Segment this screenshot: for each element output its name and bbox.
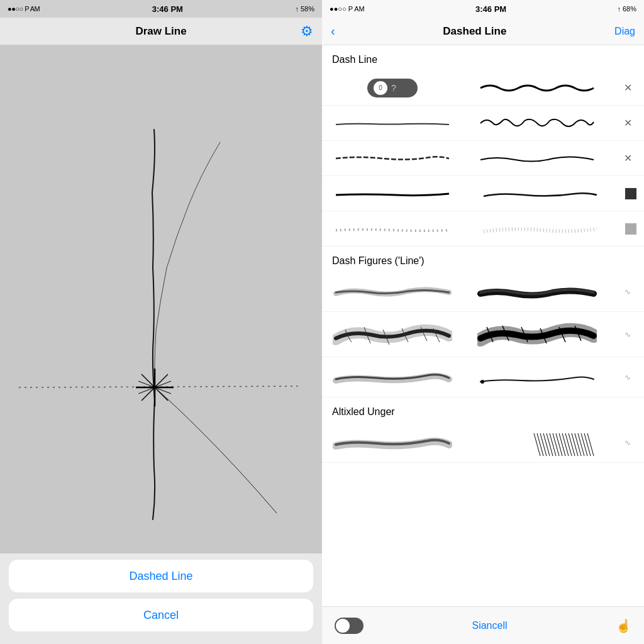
alt1-action[interactable]: ∿ — [619, 438, 636, 447]
battery-right: ↑ 68% — [617, 5, 636, 13]
brush-preview-row4-right — [460, 180, 620, 208]
brush-row-toggle: 0 ? ✕ — [322, 70, 644, 106]
battery-left: ↑ 58% — [295, 5, 314, 13]
svg-line-11 — [543, 433, 550, 456]
svg-line-22 — [578, 433, 584, 456]
left-nav-title: Draw Line — [135, 25, 186, 38]
row5-gray[interactable] — [625, 223, 636, 235]
dashed-line-button[interactable]: Dashed Line — [9, 560, 313, 592]
svg-line-25 — [587, 433, 594, 456]
dark-mode-toggle[interactable] — [335, 618, 364, 634]
toggle-knob: 0 — [374, 81, 387, 95]
cancel-button-right[interactable]: Siancell — [472, 620, 507, 631]
brush-row-alt1: ∿ — [322, 423, 644, 463]
section-dash-figures: Dash Figures ('Line') — [322, 247, 644, 272]
toggle-pill-container[interactable]: 0 ? — [330, 74, 455, 102]
dash-toggle[interactable]: 0 ? — [367, 79, 418, 97]
svg-point-7 — [480, 380, 484, 384]
scroll-content[interactable]: Dash Line 0 ? ✕ — [322, 45, 644, 644]
brush-fig3-right — [460, 364, 614, 391]
right-nav-title: Dashed Line — [443, 25, 506, 38]
nav-bar-right: ‹ Dashed Line Diag — [322, 18, 644, 45]
svg-line-10 — [540, 433, 547, 456]
row4-square[interactable] — [625, 188, 636, 199]
bottom-buttons: Dashed Line Cancel — [0, 553, 322, 644]
canvas-area[interactable] — [0, 45, 322, 553]
brush-row-fig3: ∿ — [322, 357, 644, 397]
svg-line-21 — [575, 433, 581, 456]
brush-fig2-left — [330, 321, 455, 348]
brush-fig1-right — [460, 278, 614, 306]
hand-icon[interactable]: ☝ — [616, 618, 631, 633]
brush-preview-row5-right — [460, 215, 620, 243]
section-dash-line: Dash Line — [322, 45, 644, 70]
settings-icon[interactable]: ⚙ — [301, 23, 313, 40]
fig1-action[interactable]: ∿ — [619, 287, 636, 296]
brush-row-4 — [322, 176, 644, 211]
brush-row-fig2: ∿ — [322, 312, 644, 357]
brush-preview-row1-right — [460, 74, 614, 102]
svg-line-18 — [565, 433, 572, 456]
brush-preview-row3-left — [330, 145, 455, 172]
svg-line-17 — [562, 433, 569, 456]
fig2-action[interactable]: ∿ — [619, 330, 636, 339]
brush-fig3-left — [330, 364, 455, 391]
svg-line-14 — [553, 433, 559, 456]
svg-line-9 — [537, 433, 543, 456]
svg-line-20 — [572, 433, 578, 456]
svg-line-23 — [581, 433, 587, 456]
time-left: 3:46 PM — [152, 4, 183, 14]
brush-preview-row3-right — [460, 145, 614, 172]
signal-right: ●●○○ P AM — [330, 5, 365, 13]
svg-line-15 — [556, 433, 562, 456]
fig3-action[interactable]: ∿ — [619, 373, 636, 382]
brush-row-2: ✕ — [322, 106, 644, 141]
svg-line-13 — [550, 433, 556, 456]
brush-preview-row2-left — [330, 109, 455, 137]
brush-fig1-left — [330, 278, 455, 306]
brush-fig2-right — [460, 321, 614, 348]
brush-alt1-right — [460, 429, 614, 457]
nav-bar-left: Draw Line ⚙ — [0, 18, 322, 45]
time-right: 3:46 PM — [475, 4, 506, 14]
row1-close[interactable]: ✕ — [619, 82, 636, 94]
cancel-button-left[interactable]: Cancel — [9, 599, 313, 631]
brush-preview-row4-left — [330, 180, 455, 208]
right-panel: ●●○○ P AM 3:46 PM ↑ 68% ‹ Dashed Line Di… — [322, 0, 644, 644]
left-panel: ●●○○ P AM 3:46 PM ↑ 58% Draw Line ⚙ Dash — [0, 0, 322, 644]
brush-row-3: ✕ — [322, 141, 644, 176]
bottom-bar-right: Siancell ☝ — [322, 606, 644, 644]
row3-close[interactable]: ✕ — [619, 152, 636, 164]
svg-line-24 — [584, 433, 591, 456]
brush-preview-row5-left — [330, 215, 455, 243]
svg-line-8 — [534, 433, 540, 456]
signal-left: ●●○○ P AM — [8, 5, 40, 13]
status-bar-left: ●●○○ P AM 3:46 PM ↑ 58% — [0, 0, 322, 18]
status-bar-right: ●●○○ P AM 3:46 PM ↑ 68% — [322, 0, 644, 18]
back-button[interactable]: ‹ — [331, 24, 335, 38]
brush-preview-row2-right — [460, 109, 614, 137]
section-altixled: Altixled Unger — [322, 397, 644, 423]
svg-line-19 — [569, 433, 575, 456]
svg-line-12 — [547, 433, 553, 456]
diag-button[interactable]: Diag — [614, 26, 635, 37]
svg-line-16 — [559, 433, 565, 456]
row2-close[interactable]: ✕ — [619, 117, 636, 129]
brush-row-5 — [322, 211, 644, 247]
brush-row-fig1: ∿ — [322, 272, 644, 312]
brush-alt1-left — [330, 429, 455, 457]
